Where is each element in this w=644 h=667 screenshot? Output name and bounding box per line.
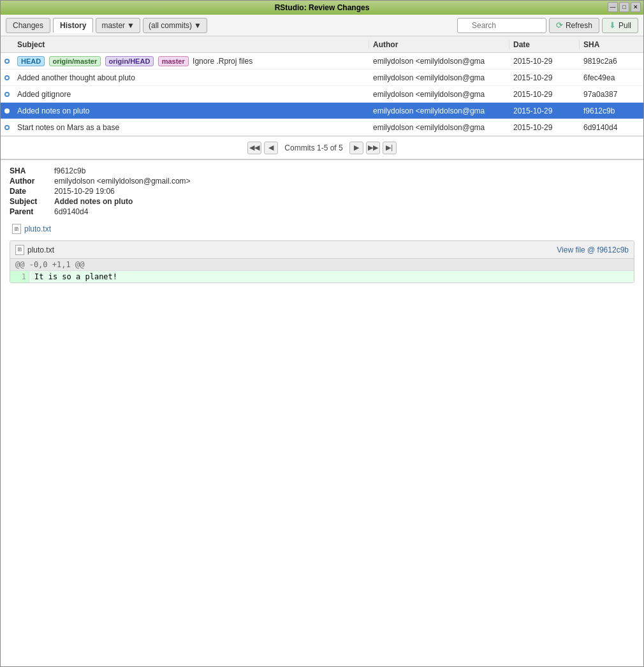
commit-dot	[4, 125, 10, 130]
filter-chevron-icon: ▼	[194, 21, 201, 30]
commit-dot-cell	[1, 92, 13, 97]
sha-cell: 6fec49ea	[580, 73, 643, 82]
subject-cell: Added notes on pluto	[13, 106, 369, 115]
table-row[interactable]: Added gitignore emilydolson <emilyldolso…	[1, 86, 643, 103]
filter-selector[interactable]: (all commits) ▼	[143, 18, 207, 33]
filter-label: (all commits)	[149, 21, 192, 30]
col-header-sha: SHA	[580, 40, 643, 49]
commit-dot	[4, 75, 10, 80]
file-name: pluto.txt	[24, 224, 51, 233]
parent-value: 6d9140d4	[54, 207, 88, 216]
author-cell: emilydolson <emilyldolson@gma	[369, 123, 509, 132]
date-cell: 2015-10-29	[509, 57, 580, 66]
pull-button[interactable]: ⬇ Pull	[602, 18, 638, 33]
table-row[interactable]: Added another thought about pluto emilyd…	[1, 70, 643, 86]
author-cell: emilydolson <emilyldolson@gma	[369, 106, 509, 115]
toolbar: Changes History master ▼ (all commits) ▼…	[1, 15, 643, 36]
first-page-button[interactable]: ◀◀	[247, 142, 261, 154]
changes-tab[interactable]: Changes	[6, 18, 50, 33]
next-page-button[interactable]: ▶	[349, 142, 363, 154]
subject-value: Added notes on pluto	[54, 197, 133, 206]
commit-dot	[4, 108, 10, 114]
date-value: 2015-10-29 19:06	[54, 187, 115, 196]
author-row: Author emilydolson <emilyldolson@gmail.c…	[10, 177, 634, 186]
date-cell: 2015-10-29	[509, 90, 580, 99]
window-controls: — □ ✕	[608, 2, 641, 12]
diff-hunk: @@ -0,0 +1,1 @@	[10, 259, 634, 271]
pull-icon: ⬇	[609, 20, 616, 30]
commit-dot-cell	[1, 125, 13, 130]
subject-row: Subject Added notes on pluto	[10, 197, 634, 206]
main-window: RStudio: Review Changes — □ ✕ Changes Hi…	[0, 0, 644, 667]
commit-dot-cell	[1, 108, 13, 114]
diff-header: 🖹 pluto.txt View file @ f9612c9b	[10, 241, 634, 259]
pull-label: Pull	[618, 21, 631, 30]
search-wrapper: 🔍	[457, 18, 546, 33]
sha-cell: f9612c9b	[580, 106, 643, 115]
history-tab[interactable]: History	[53, 18, 93, 33]
branch-chevron-icon: ▼	[127, 21, 135, 30]
branch-label: master	[101, 21, 125, 30]
sha-value: f9612c9b	[54, 166, 85, 175]
commits-table: Subject Author Date SHA HEAD origin/mast…	[1, 36, 643, 136]
diff-container: 🖹 pluto.txt View file @ f9612c9b @@ -0,0…	[10, 240, 634, 283]
subject-label: Subject	[10, 197, 54, 206]
title-bar: RStudio: Review Changes — □ ✕	[1, 1, 643, 15]
refresh-button[interactable]: ⟳ Refresh	[549, 18, 599, 33]
subject-cell: HEAD origin/master origin/HEAD master Ig…	[13, 56, 369, 66]
table-body: HEAD origin/master origin/HEAD master Ig…	[1, 53, 643, 136]
parent-row: Parent 6d9140d4	[10, 207, 634, 216]
sha-cell: 97a0a387	[580, 90, 643, 99]
window-title: RStudio: Review Changes	[275, 3, 370, 12]
subject-cell: Added another thought about pluto	[13, 73, 369, 82]
table-header: Subject Author Date SHA	[1, 36, 643, 53]
refresh-label: Refresh	[566, 21, 592, 30]
col-header-subject: Subject	[13, 40, 369, 49]
author-cell: emilydolson <emilyldolson@gma	[369, 90, 509, 99]
date-cell: 2015-10-29	[509, 73, 580, 82]
diff-line-number: 1	[10, 271, 29, 282]
diff-filename: pluto.txt	[27, 246, 54, 254]
col-header-date: Date	[509, 40, 580, 49]
maximize-button[interactable]: □	[619, 2, 629, 12]
date-cell: 2015-10-29	[509, 106, 580, 115]
search-input[interactable]	[457, 18, 546, 33]
col-header-author: Author	[369, 40, 509, 49]
author-cell: emilydolson <emilyldolson@gma	[369, 57, 509, 66]
branch-selector[interactable]: master ▼	[96, 18, 140, 33]
author-label: Author	[10, 177, 54, 186]
sha-row: SHA f9612c9b	[10, 166, 634, 175]
page-info: Commits 1-5 of 5	[284, 143, 342, 152]
fast-forward-button[interactable]: ▶▶	[366, 142, 380, 154]
commit-dot	[4, 92, 10, 97]
commit-dot-cell	[1, 75, 13, 80]
file-icon: 🖹	[12, 224, 21, 234]
sha-label: SHA	[10, 166, 54, 175]
table-row[interactable]: Added notes on pluto emilydolson <emilyl…	[1, 103, 643, 119]
last-page-button[interactable]: ▶|	[383, 142, 397, 154]
sha-cell: 6d9140d4	[580, 123, 643, 132]
diff-line-added: 1 It is so a planet!	[10, 271, 634, 282]
diff-line-content: It is so a planet!	[29, 271, 634, 282]
file-item[interactable]: 🖹 pluto.txt	[10, 223, 634, 235]
badge-master: master	[158, 56, 189, 66]
parent-label: Parent	[10, 207, 54, 216]
badge-origin-head: origin/HEAD	[105, 56, 154, 66]
diff-file-icon: 🖹	[15, 245, 24, 255]
refresh-icon: ⟳	[556, 20, 563, 30]
subject-cell: Start notes on Mars as a base	[13, 123, 369, 132]
date-label: Date	[10, 187, 54, 196]
commit-dot-cell	[1, 59, 13, 64]
author-value: emilydolson <emilyldolson@gmail.com>	[54, 177, 191, 186]
table-row[interactable]: HEAD origin/master origin/HEAD master Ig…	[1, 53, 643, 70]
commit-metadata: SHA f9612c9b Author emilydolson <emilyld…	[10, 166, 634, 216]
badge-origin-master: origin/master	[49, 56, 101, 66]
minimize-button[interactable]: —	[608, 2, 618, 12]
close-button[interactable]: ✕	[631, 2, 641, 12]
subject-cell: Added gitignore	[13, 90, 369, 99]
prev-page-button[interactable]: ◀	[264, 142, 278, 154]
table-row[interactable]: Start notes on Mars as a base emilydolso…	[1, 119, 643, 136]
pagination-bar: ◀◀ ◀ Commits 1-5 of 5 ▶ ▶▶ ▶|	[1, 136, 643, 159]
commit-dot	[4, 59, 10, 64]
view-file-button[interactable]: View file @ f9612c9b	[557, 246, 629, 254]
